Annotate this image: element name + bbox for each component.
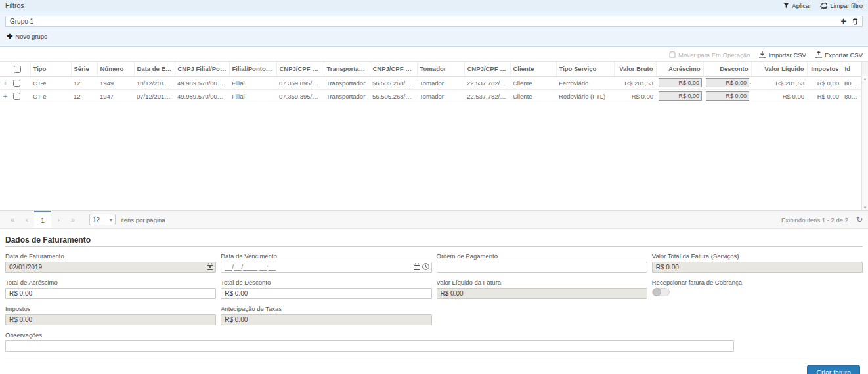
- cell-valor-liquido: R$ 201,53: [751, 76, 807, 89]
- total-acrescimo-input[interactable]: [5, 288, 216, 299]
- field-ordem-pagamento: Ordem de Pagamento: [437, 252, 647, 273]
- cell-emissao: 10/12/2018 15:37: [134, 76, 175, 89]
- field-data-faturamento: Data de Faturamento: [5, 252, 216, 273]
- field-valor-total: Valor Total da Fatura (Serviços): [652, 252, 863, 273]
- move-to-operation-button[interactable]: Mover para Em Operação: [669, 51, 750, 58]
- import-csv-button[interactable]: Importar CSV: [759, 51, 806, 58]
- cell-tomador: Tomador: [417, 89, 464, 103]
- desconto-input[interactable]: [706, 78, 749, 87]
- pager-last-button[interactable]: »: [66, 211, 80, 228]
- column-header-id[interactable]: Id: [842, 62, 861, 76]
- cell-valor-bruto: R$ 201,53: [614, 76, 656, 89]
- cell-valor-bruto: R$ 0,00: [614, 89, 656, 103]
- clear-filter-button[interactable]: Limpar filtro: [820, 2, 863, 9]
- cell-desconto: [703, 76, 751, 89]
- acrescimo-input[interactable]: [659, 91, 702, 101]
- column-header-desconto[interactable]: Desconto: [703, 62, 751, 76]
- column-header-emissao[interactable]: Data de Emissão ↓: [134, 62, 175, 76]
- add-condition-icon[interactable]: ✚: [841, 18, 846, 25]
- export-csv-button[interactable]: Exportar CSV: [815, 51, 863, 58]
- expand-header: [0, 62, 11, 76]
- export-icon: [815, 51, 822, 58]
- cell-emissao: 07/12/2018 15:55: [134, 89, 175, 103]
- data-faturamento-input[interactable]: [5, 262, 216, 273]
- cell-impostos: R$ 0,00: [807, 76, 842, 89]
- impostos-input: [5, 314, 216, 325]
- pager-first-button[interactable]: «: [5, 211, 20, 228]
- row-select-cell: [11, 76, 30, 89]
- scroll-down-icon[interactable]: ▼: [863, 206, 867, 210]
- column-header-filial[interactable]: Filial/Ponto de Operação: [229, 62, 276, 76]
- cell-valor-liquido: R$ 0,00: [751, 89, 807, 103]
- cell-id: 80346: [842, 76, 861, 89]
- cell-cliente: Cliente: [510, 89, 556, 103]
- select-all-checkbox[interactable]: [14, 66, 21, 73]
- table-row[interactable]: + CT-e 12 1949 10/12/2018 15:37 49.989.5…: [0, 76, 861, 89]
- row-select-cell: [11, 89, 30, 103]
- table-row[interactable]: + CT-e 12 1947 07/12/2018 15:55 49.989.5…: [0, 89, 861, 103]
- column-header-serie[interactable]: Série: [71, 62, 97, 76]
- apply-filter-button[interactable]: Aplicar: [783, 2, 811, 9]
- billing-form: Dados de Faturamento Data de Faturamento…: [0, 229, 868, 374]
- column-header-numero[interactable]: Número: [97, 62, 134, 76]
- column-header-cnpj-filial[interactable]: CNPJ Filial/Ponto de Operaç...: [175, 62, 229, 76]
- pager: « ‹ 1 › » 12 ▾ itens por página Exibindo…: [0, 210, 868, 229]
- cell-cnpj-tomador: 56.505.268/0001-30: [370, 89, 417, 103]
- criar-fatura-button[interactable]: Criar fatura: [807, 365, 860, 374]
- new-group-button[interactable]: ✚ Novo grupo: [7, 32, 47, 41]
- cell-serie: 12: [71, 76, 97, 89]
- column-header-transportador[interactable]: Transportador: [324, 62, 370, 76]
- cell-filial: Filial: [229, 76, 276, 89]
- column-header-tipo-servico[interactable]: Tipo Serviço: [556, 62, 614, 76]
- page-size-select[interactable]: 12 ▾: [89, 214, 116, 225]
- observacoes-input[interactable]: [5, 340, 734, 352]
- scroll-up-icon[interactable]: ▲: [863, 77, 867, 81]
- items-per-page-label: itens por página: [121, 216, 165, 223]
- calendar-icon[interactable]: [414, 263, 420, 270]
- cell-cnpj-cliente: 22.537.782/0001-35: [464, 76, 510, 89]
- column-header-acrescimo[interactable]: Acréscimo: [656, 62, 703, 76]
- column-header-valor-bruto[interactable]: Valor Bruto: [614, 62, 656, 76]
- expand-row-button[interactable]: +: [0, 76, 11, 89]
- field-impostos: Impostos: [5, 305, 216, 325]
- row-checkbox[interactable]: [13, 93, 20, 100]
- ordem-pagamento-input[interactable]: [437, 262, 647, 273]
- field-total-acrescimo: Total de Acréscimo: [5, 279, 216, 299]
- grid-header-row: Tipo Série Número Data de Emissão ↓ CNPJ…: [0, 62, 861, 76]
- field-data-vencimento: Data de Vencimento: [221, 252, 431, 273]
- toggle-knob: [653, 288, 661, 296]
- column-header-tomador[interactable]: Tomador: [417, 62, 464, 76]
- column-header-cnpj-cliente[interactable]: CNPJ/CPF Cliente: [464, 62, 510, 76]
- recepcionar-toggle[interactable]: [652, 288, 670, 296]
- calendar-icon[interactable]: [207, 263, 213, 270]
- data-vencimento-input[interactable]: [221, 262, 431, 273]
- pager-next-button[interactable]: ›: [51, 211, 66, 228]
- cell-acrescimo: [656, 89, 703, 103]
- clock-icon[interactable]: [422, 263, 429, 270]
- move-box-icon: [669, 51, 676, 58]
- filter-group-row[interactable]: Grupo 1 ✚: [5, 16, 863, 27]
- trash-icon[interactable]: [852, 18, 858, 25]
- column-header-cnpj-transportador[interactable]: CNPJ/CPF Transportador: [276, 62, 324, 76]
- field-recepcionar: Recepcionar fatura de Cobrança: [652, 279, 863, 299]
- select-all-header: [11, 62, 30, 76]
- total-desconto-input[interactable]: [221, 288, 431, 299]
- column-header-impostos[interactable]: Impostos: [807, 62, 842, 76]
- acrescimo-input[interactable]: [659, 78, 702, 87]
- desconto-input[interactable]: [706, 91, 749, 101]
- row-checkbox[interactable]: [13, 80, 20, 87]
- pager-page-1[interactable]: 1: [34, 211, 51, 228]
- valor-total-input: [652, 262, 863, 273]
- refresh-icon[interactable]: ↻: [856, 215, 863, 224]
- vertical-scrollbar[interactable]: ▲ ▼: [861, 76, 868, 210]
- documents-grid: Tipo Série Número Data de Emissão ↓ CNPJ…: [0, 61, 868, 210]
- column-header-valor-liquido[interactable]: Valor Líquido: [751, 62, 807, 76]
- cell-transportador: Transportador: [324, 89, 370, 103]
- column-header-cliente[interactable]: Cliente: [510, 62, 556, 76]
- pager-prev-button[interactable]: ‹: [20, 211, 34, 228]
- expand-row-button[interactable]: +: [0, 89, 11, 103]
- column-header-cnpj-tomador[interactable]: CNPJ/CPF Tomador: [370, 62, 417, 76]
- cell-cnpj-cliente: 22.537.782/0001-35: [464, 89, 510, 103]
- funnel-icon: [783, 3, 789, 9]
- column-header-tipo[interactable]: Tipo: [30, 62, 71, 76]
